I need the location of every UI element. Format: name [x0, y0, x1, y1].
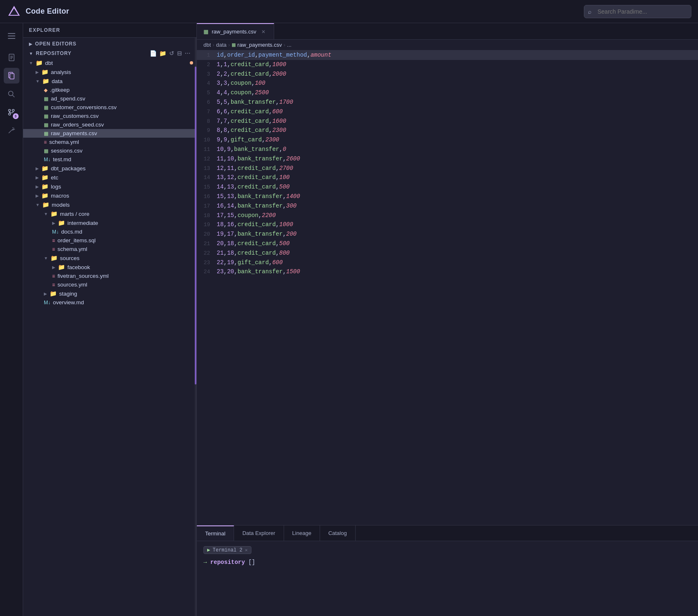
dbt-folder-icon: 📁 [36, 60, 43, 66]
tree-item-marts-core[interactable]: ▼ 📁 marts / core [23, 209, 196, 218]
tree-item-logs[interactable]: ▶ 📁 logs [23, 182, 196, 191]
search-icon: ⌕ [588, 8, 591, 15]
code-line-20: 20 19,17,bank_transfer,200 [197, 229, 698, 239]
tree-item-ad-spend[interactable]: ▦ ad_spend.csv [23, 94, 196, 103]
sources-label: sources [60, 255, 196, 261]
tree-item-customer-conversions[interactable]: ▦ customer_conversions.csv [23, 103, 196, 112]
tree-item-dbt-packages[interactable]: ▶ 📁 dbt_packages [23, 164, 196, 173]
gitkeep-label: .gitkeep [50, 87, 196, 93]
code-line-13: 13 12,11,credit_card,2700 [197, 164, 698, 173]
tree-item-etc[interactable]: ▶ 📁 etc [23, 173, 196, 182]
bc-dbt[interactable]: dbt [203, 42, 211, 48]
models-icon: 📁 [42, 201, 49, 208]
overview-md-label: overview.md [53, 299, 196, 306]
more-icon[interactable]: ··· [185, 50, 191, 57]
customer-conversions-label: customer_conversions.csv [51, 104, 196, 110]
tree-item-data[interactable]: ▼ 📁 data [23, 76, 196, 86]
refresh-icon[interactable]: ↺ [169, 50, 174, 57]
terminal-content[interactable]: ▶ Terminal 2 ✕ → repository [] [197, 541, 698, 616]
facebook-label: facebook [67, 264, 196, 270]
tree-item-sources-yml[interactable]: ≡ sources.yml [23, 280, 196, 289]
tree-item-macros[interactable]: ▶ 📁 macros [23, 191, 196, 200]
new-folder-icon[interactable]: 📁 [159, 50, 167, 57]
analysis-folder-icon: 📁 [41, 69, 48, 75]
search-wrap: ⌕ [584, 5, 691, 18]
code-line-10: 10 9,9,gift_card,2300 [197, 135, 698, 145]
sidebar-item-search[interactable] [4, 86, 19, 102]
tree-item-raw-orders-seed[interactable]: ▦ raw_orders_seed.csv [23, 120, 196, 129]
sources-chevron: ▼ [44, 256, 48, 260]
sidebar-item-files[interactable] [4, 68, 19, 84]
tree-item-order-items-sql[interactable]: ≡ order_items.sql [23, 236, 196, 245]
open-editors-label: OPEN EDITORS [35, 41, 76, 47]
logs-chevron: ▶ [36, 184, 39, 189]
tree-item-raw-customers[interactable]: ▦ raw_customers.csv [23, 112, 196, 120]
sidebar-item-book[interactable] [4, 50, 19, 65]
schema-data-label: schema.yml [49, 139, 196, 145]
tree-item-facebook[interactable]: ▶ 📁 facebook [23, 263, 196, 272]
sidebar-item-menu[interactable] [4, 28, 19, 44]
book-icon [8, 54, 15, 61]
tree-item-sources[interactable]: ▼ 📁 sources [23, 253, 196, 263]
search-sidebar-icon [8, 91, 15, 98]
tab-close-btn[interactable]: ✕ [260, 28, 267, 36]
repository-section[interactable]: ▼ REPOSITORY 📄 📁 ↺ ⊟ ··· [23, 48, 196, 58]
bc-filename[interactable]: raw_payments.csv [237, 42, 282, 48]
open-editors-section[interactable]: ▶ OPEN EDITORS [23, 39, 196, 48]
code-editor[interactable]: 1 id,order_id,payment_method,amount 2 1,… [197, 50, 698, 525]
tree-item-raw-payments[interactable]: ▦ raw_payments.csv [23, 129, 196, 138]
raw-customers-label: raw_customers.csv [51, 113, 196, 119]
staging-label: staging [59, 291, 196, 297]
etc-icon: 📁 [41, 174, 48, 181]
code-line-14: 14 13,12,credit_card,100 [197, 173, 698, 182]
code-line-17: 17 16,14,bank_transfer,300 [197, 201, 698, 211]
tree-item-staging[interactable]: ▶ 📁 staging [23, 289, 196, 298]
dbt-packages-icon: 📁 [41, 165, 48, 172]
tab-bar: ▦ raw_payments.csv ✕ [197, 23, 698, 40]
tree-item-fivetran-sources[interactable]: ≡ fivetran_sources.yml [23, 272, 196, 280]
tree-item-docs-md[interactable]: M↓ docs.md [23, 227, 196, 236]
tree-item-intermediate[interactable]: ▶ 📁 intermediate [23, 218, 196, 227]
overview-md-icon: M↓ [44, 300, 50, 306]
tab-raw-payments[interactable]: ▦ raw_payments.csv ✕ [197, 23, 274, 39]
tab-data-explorer[interactable]: Data Explorer [234, 525, 284, 541]
new-file-icon[interactable]: 📄 [150, 50, 157, 57]
sources-icon: 📁 [50, 255, 57, 261]
sidebar-item-wand[interactable] [4, 122, 19, 138]
search-input[interactable] [584, 5, 691, 18]
terminal-close-btn[interactable]: ✕ [245, 547, 248, 553]
tree-item-sessions[interactable]: ▦ sessions.csv [23, 146, 196, 155]
tree-item-gitkeep[interactable]: ◆ .gitkeep [23, 86, 196, 94]
raw-orders-seed-icon: ▦ [44, 122, 48, 128]
tab-terminal[interactable]: Terminal [197, 525, 234, 541]
tab-lineage[interactable]: Lineage [284, 525, 320, 541]
terminal-tab-label: Terminal 2 [213, 547, 242, 553]
tab-catalog[interactable]: Catalog [320, 525, 356, 541]
svg-point-13 [9, 109, 11, 111]
bc-data[interactable]: data [216, 42, 226, 48]
tree-item-test-md[interactable]: M↓ test.md [23, 155, 196, 164]
sidebar-item-git[interactable]: 3 [4, 104, 19, 120]
tree-item-schema-marts[interactable]: ≡ schema.yml [23, 245, 196, 253]
tree-item-dbt[interactable]: ▼ 📁 dbt [23, 58, 196, 67]
bc-ellipsis[interactable]: ... [287, 42, 292, 48]
terminal-tab-badge[interactable]: ▶ Terminal 2 ✕ [203, 546, 251, 554]
tab-label: raw_payments.csv [212, 29, 256, 35]
icon-sidebar: 3 [0, 23, 23, 616]
code-line-8: 8 7,7,credit_card,1600 [197, 117, 698, 126]
svg-rect-2 [8, 33, 15, 34]
svg-point-14 [12, 109, 14, 111]
tree-item-models[interactable]: ▼ 📁 models [23, 200, 196, 209]
tree-item-analysis[interactable]: ▶ 📁 analysis [23, 67, 196, 76]
svg-rect-4 [8, 38, 15, 39]
tree-item-overview-md[interactable]: M↓ overview.md [23, 298, 196, 307]
svg-line-17 [9, 130, 12, 133]
tab-terminal-label: Terminal [205, 530, 225, 537]
code-line-23: 23 22,19,gift_card,600 [197, 258, 698, 267]
ad-spend-label: ad_spend.csv [51, 96, 196, 102]
tree-item-schema-data[interactable]: ≡ schema.yml [23, 138, 196, 146]
etc-chevron: ▶ [36, 175, 39, 180]
collapse-icon[interactable]: ⊟ [177, 50, 182, 57]
bottom-tab-bar: Terminal Data Explorer Lineage Catalog [197, 525, 698, 541]
raw-orders-seed-label: raw_orders_seed.csv [51, 122, 196, 128]
